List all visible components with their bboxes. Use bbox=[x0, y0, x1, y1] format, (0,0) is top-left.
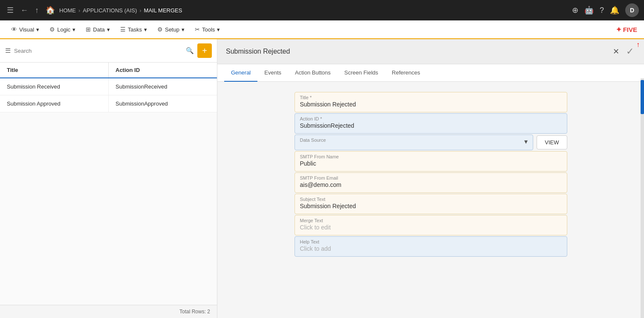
nav-tools[interactable]: ✂ Tools ▾ bbox=[191, 23, 224, 35]
row-1-title: Submission Received bbox=[0, 78, 109, 95]
visual-dropdown-icon: ▾ bbox=[36, 26, 39, 33]
nav-setup[interactable]: ⚙ Setup ▾ bbox=[153, 23, 189, 35]
five-star-icon: ✦ bbox=[616, 26, 621, 34]
data-source-field[interactable]: Data Source ▾ bbox=[295, 135, 534, 150]
help-icon[interactable]: ? bbox=[600, 6, 604, 15]
hamburger-menu-icon[interactable]: ☰ bbox=[5, 4, 15, 17]
avatar[interactable]: D bbox=[625, 3, 639, 17]
search-icon[interactable]: 🔍 bbox=[186, 47, 194, 54]
add-button[interactable]: + bbox=[197, 43, 212, 58]
left-panel: ☰ 🔍 + Title Action ID Submission Receive… bbox=[0, 39, 217, 318]
nav-data[interactable]: ⊞ Data ▾ bbox=[81, 23, 114, 35]
merge-text-field[interactable]: Merge Text Click to edit bbox=[295, 215, 567, 235]
data-icon: ⊞ bbox=[86, 26, 91, 33]
nav-logic[interactable]: ⚙ Logic ▾ bbox=[45, 23, 80, 35]
column-title: Title bbox=[0, 63, 109, 77]
five-logo-text: FIVE bbox=[623, 26, 637, 33]
view-button[interactable]: VIEW bbox=[537, 135, 567, 149]
subject-text-field[interactable]: Subject Text Submission Rejected bbox=[295, 194, 567, 214]
breadcrumb: 🏠 HOME › APPLICATIONS (AIS) › MAIL MERGE… bbox=[44, 4, 182, 17]
nav-visual-label: Visual bbox=[19, 26, 34, 33]
up-arrow-icon[interactable]: ↑ bbox=[33, 4, 40, 17]
form-inner: Title * Submission Rejected Action ID * … bbox=[295, 92, 567, 257]
column-action-id: Action ID bbox=[109, 63, 217, 77]
red-arrow-indicator: ↑ bbox=[636, 41, 640, 49]
tab-references[interactable]: References bbox=[385, 64, 427, 82]
table-header: Title Action ID bbox=[0, 63, 217, 78]
row-1-action-id: SubmissionReceived bbox=[109, 78, 217, 95]
help-text-label: Help Text bbox=[300, 239, 562, 244]
top-navigation: ☰ ← ↑ 🏠 HOME › APPLICATIONS (AIS) › MAIL… bbox=[0, 0, 644, 20]
nav-tasks-label: Tasks bbox=[128, 26, 142, 33]
nav-logic-label: Logic bbox=[57, 26, 70, 33]
logic-icon: ⚙ bbox=[49, 26, 55, 33]
right-panel: Submission Rejected ✕ ✓ ↑ General Events… bbox=[217, 39, 644, 318]
breadcrumb-applications[interactable]: APPLICATIONS (AIS) bbox=[83, 7, 137, 14]
subject-text-label: Subject Text bbox=[300, 197, 562, 202]
table-footer: Total Rows: 2 bbox=[0, 305, 217, 318]
title-value: Submission Rejected bbox=[300, 101, 562, 108]
setup-dropdown-icon: ▾ bbox=[182, 26, 185, 33]
title-label: Title * bbox=[300, 95, 562, 100]
nav-data-label: Data bbox=[93, 26, 104, 33]
main-content: ☰ 🔍 + Title Action ID Submission Receive… bbox=[0, 39, 644, 318]
setup-icon: ⚙ bbox=[157, 26, 163, 33]
data-source-row: Data Source ▾ VIEW bbox=[295, 135, 567, 150]
title-field[interactable]: Title * Submission Rejected bbox=[295, 92, 567, 112]
data-dropdown-icon: ▾ bbox=[107, 26, 110, 33]
search-bar: ☰ 🔍 + bbox=[0, 39, 217, 63]
tab-bar: General Events Action Buttons Screen Fie… bbox=[217, 64, 644, 82]
merge-text-value: Click to edit bbox=[300, 224, 562, 231]
help-text-value: Click to add bbox=[300, 245, 562, 252]
breadcrumb-mail-merges: MAIL MERGES bbox=[144, 7, 182, 14]
nav-tasks[interactable]: ☰ Tasks ▾ bbox=[116, 23, 151, 35]
smtp-from-name-value: Public bbox=[300, 160, 562, 167]
check-icon[interactable]: ✓ ↑ bbox=[624, 44, 635, 59]
smtp-from-name-field[interactable]: SMTP From Name Public bbox=[295, 151, 567, 172]
table-body: Submission Received SubmissionReceived S… bbox=[0, 78, 217, 305]
action-id-field[interactable]: Action ID * SubmissionRejected bbox=[295, 113, 567, 134]
scrollbar-track[interactable] bbox=[641, 78, 644, 318]
tools-icon: ✂ bbox=[195, 26, 200, 33]
tab-general[interactable]: General bbox=[224, 64, 257, 82]
close-icon[interactable]: ✕ bbox=[611, 45, 621, 58]
action-id-value: SubmissionRejected bbox=[300, 122, 562, 129]
tab-events[interactable]: Events bbox=[257, 64, 288, 82]
data-source-label: Data Source bbox=[300, 138, 326, 143]
back-arrow-icon[interactable]: ← bbox=[19, 4, 30, 17]
connectivity-icon[interactable]: ⊕ bbox=[572, 6, 578, 15]
home-icon[interactable]: 🏠 bbox=[44, 4, 57, 17]
tasks-dropdown-icon: ▾ bbox=[144, 26, 147, 33]
right-panel-header: Submission Rejected ✕ ✓ ↑ bbox=[217, 39, 644, 64]
tab-action-buttons[interactable]: Action Buttons bbox=[288, 64, 338, 82]
breadcrumb-home[interactable]: HOME bbox=[59, 7, 76, 14]
smtp-from-email-value: ais@demo.com bbox=[300, 181, 562, 188]
top-nav-right: ⊕ 🤖 ? 🔔 D bbox=[572, 3, 639, 17]
total-rows: Total Rows: 2 bbox=[179, 309, 210, 315]
smtp-from-email-field[interactable]: SMTP From Email ais@demo.com bbox=[295, 172, 567, 193]
smtp-from-email-label: SMTP From Email bbox=[300, 175, 562, 180]
search-input[interactable] bbox=[14, 48, 182, 54]
table-row[interactable]: Submission Approved SubmissionApproved bbox=[0, 95, 217, 112]
notification-icon[interactable]: 🔔 bbox=[610, 6, 619, 15]
row-2-title: Submission Approved bbox=[0, 95, 109, 112]
data-source-dropdown-icon: ▾ bbox=[524, 138, 528, 146]
filter-icon[interactable]: ☰ bbox=[5, 47, 11, 54]
right-panel-actions: ✕ ✓ ↑ bbox=[611, 44, 635, 59]
eye-icon: 👁 bbox=[11, 26, 17, 33]
form-area: Title * Submission Rejected Action ID * … bbox=[217, 82, 644, 318]
tools-dropdown-icon: ▾ bbox=[217, 26, 220, 33]
logic-dropdown-icon: ▾ bbox=[72, 26, 75, 33]
help-text-field[interactable]: Help Text Click to add bbox=[295, 236, 567, 257]
secondary-navigation: 👁 Visual ▾ ⚙ Logic ▾ ⊞ Data ▾ ☰ Tasks ▾ … bbox=[0, 20, 644, 39]
bot-icon[interactable]: 🤖 bbox=[584, 6, 594, 15]
tab-screen-fields[interactable]: Screen Fields bbox=[338, 64, 385, 82]
smtp-from-name-label: SMTP From Name bbox=[300, 154, 562, 159]
nav-setup-label: Setup bbox=[165, 26, 179, 33]
action-id-label: Action ID * bbox=[300, 116, 562, 121]
subject-text-value: Submission Rejected bbox=[300, 203, 562, 209]
table-row[interactable]: Submission Received SubmissionReceived bbox=[0, 78, 217, 95]
nav-visual[interactable]: 👁 Visual ▾ bbox=[7, 23, 43, 35]
scrollbar-thumb[interactable] bbox=[641, 80, 644, 114]
merge-text-label: Merge Text bbox=[300, 218, 562, 223]
